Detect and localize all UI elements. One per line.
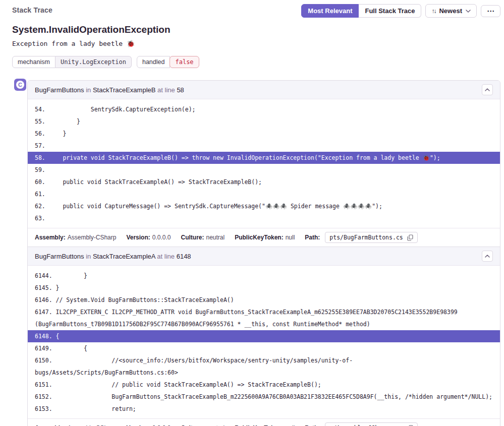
code-line: 6147.IL2CPP_EXTERN_C IL2CPP_METHOD_ATTR … — [28, 306, 500, 330]
assembly-info: Assembly:Assembly-CSharp Version:0.0.0.0… — [28, 418, 500, 426]
frame-line-number: 58 — [177, 86, 184, 94]
tag-key: mechanism — [12, 56, 55, 68]
frame-function: StackTraceExampleB — [93, 86, 156, 94]
sort-arrows-icon: ↑↓ — [431, 8, 435, 15]
code-line: 6149. { — [28, 342, 500, 354]
toggle-most-relevant[interactable]: Most Relevant — [301, 4, 359, 18]
frame-module: BugFarmButtons — [35, 253, 84, 260]
tag-key: handled — [137, 56, 171, 68]
path-chip: pts/BugFarmButtons.cs — [325, 232, 417, 243]
code-line: 55. } — [28, 115, 500, 128]
tags-row: mechanism Unity.LogException handled fal… — [12, 56, 500, 68]
sort-newest-button[interactable]: ↑↓ Newest — [425, 4, 477, 18]
version-value: 0.0.0.0 — [152, 234, 171, 241]
publickeytoken-value: null — [286, 234, 295, 241]
copy-path-button[interactable] — [407, 234, 413, 241]
sort-label: Newest — [439, 7, 462, 15]
code-line: 56. } — [28, 128, 500, 140]
code-line: 6145.} — [28, 282, 500, 294]
version-label: Version: — [126, 234, 150, 241]
stack-frame: BugFarmButtons in StackTraceExampleB at … — [28, 81, 500, 247]
more-options-button[interactable]: ⋯ — [481, 5, 500, 17]
path-chip: e/Assembly-CSharp.cpp — [325, 422, 417, 426]
section-heading: Stack Trace — [12, 4, 52, 14]
code-line-highlighted: 6148.{ — [28, 330, 500, 342]
code-line: 6153. return; — [28, 403, 500, 415]
tag-mechanism[interactable]: mechanism Unity.LogException — [12, 56, 132, 68]
code-line: 63. — [28, 212, 500, 224]
frame-module: BugFarmButtons — [35, 86, 84, 94]
culture-label: Culture: — [181, 234, 204, 241]
code-line: 60. public void StackTraceExampleA() => … — [28, 176, 500, 188]
tag-value-error: false — [170, 56, 199, 68]
ellipsis-icon: ⋯ — [487, 8, 494, 14]
copy-icon — [407, 234, 413, 241]
frames-container: BugFarmButtons in StackTraceExampleB at … — [27, 80, 500, 426]
tag-handled[interactable]: handled false — [137, 56, 199, 68]
code-line: 61. — [28, 188, 500, 200]
frame-atline-label: at line — [157, 253, 175, 260]
assembly-label: Assembly: — [35, 234, 66, 241]
chevron-up-icon — [485, 255, 490, 258]
code-line: 62. public void CaptureMessage() => Sent… — [28, 200, 500, 212]
collapse-frame-button[interactable] — [482, 251, 493, 262]
trace-toolbar: Most Relevant Full Stack Trace ↑↓ Newest… — [301, 4, 500, 18]
exception-message: Exception from a lady beetle 🐞 — [12, 40, 500, 47]
culture-value: neutral — [206, 234, 225, 241]
csharp-platform-icon: C — [14, 79, 26, 91]
stack-trace-section: C BugFarmButtons in StackTraceExampleB a… — [14, 80, 500, 426]
code-line: 6151. // public void StackTraceExampleA(… — [28, 379, 500, 391]
stack-trace-page: Stack Trace Most Relevant Full Stack Tra… — [0, 0, 504, 426]
code-line: 57. — [28, 140, 500, 152]
assembly-value: Assembly-CSharp — [68, 234, 117, 241]
code-context: 54. SentrySdk.CaptureException(e); 55. }… — [28, 99, 500, 228]
toggle-full-stack-trace[interactable]: Full Stack Trace — [359, 4, 421, 18]
tag-value: Unity.LogException — [55, 56, 132, 68]
frame-header[interactable]: BugFarmButtons in StackTraceExampleB at … — [28, 81, 500, 99]
frame-header[interactable]: BugFarmButtons in StackTraceExampleA at … — [28, 247, 500, 266]
path-value: pts/BugFarmButtons.cs — [329, 234, 403, 241]
code-context: 6144. } 6145.} 6146.// System.Void BugFa… — [28, 266, 500, 418]
code-line: 6150. //<source_info:/Users/bitfox/Works… — [28, 354, 500, 379]
code-line: 59. — [28, 164, 500, 176]
code-line: 6152. BugFarmButtons_StackTraceExampleB_… — [28, 391, 500, 403]
chevron-down-icon — [466, 10, 471, 13]
collapse-frame-button[interactable] — [482, 84, 493, 95]
code-line-highlighted: 58. private void StackTraceExampleB() =>… — [28, 152, 500, 164]
chevron-up-icon — [485, 88, 490, 91]
frame-in-label: in — [86, 253, 91, 260]
frame-function: StackTraceExampleA — [93, 253, 155, 260]
publickeytoken-label: PublicKeyToken: — [235, 234, 283, 241]
stack-frame: BugFarmButtons in StackTraceExampleA at … — [28, 247, 500, 426]
code-line: 6144. } — [28, 270, 500, 282]
frame-in-label: in — [86, 86, 91, 94]
frame-line-number: 6148 — [177, 253, 191, 260]
display-toggle: Most Relevant Full Stack Trace — [301, 4, 421, 18]
assembly-info: Assembly:Assembly-CSharp Version:0.0.0.0… — [28, 228, 500, 247]
path-label: Path: — [305, 234, 320, 241]
frame-atline-label: at line — [157, 86, 175, 94]
exception-type-title: System.InvalidOperationException — [12, 24, 500, 35]
code-line: 6146.// System.Void BugFarmButtons::Stac… — [28, 294, 500, 306]
code-line: 54. SentrySdk.CaptureException(e); — [28, 103, 500, 115]
